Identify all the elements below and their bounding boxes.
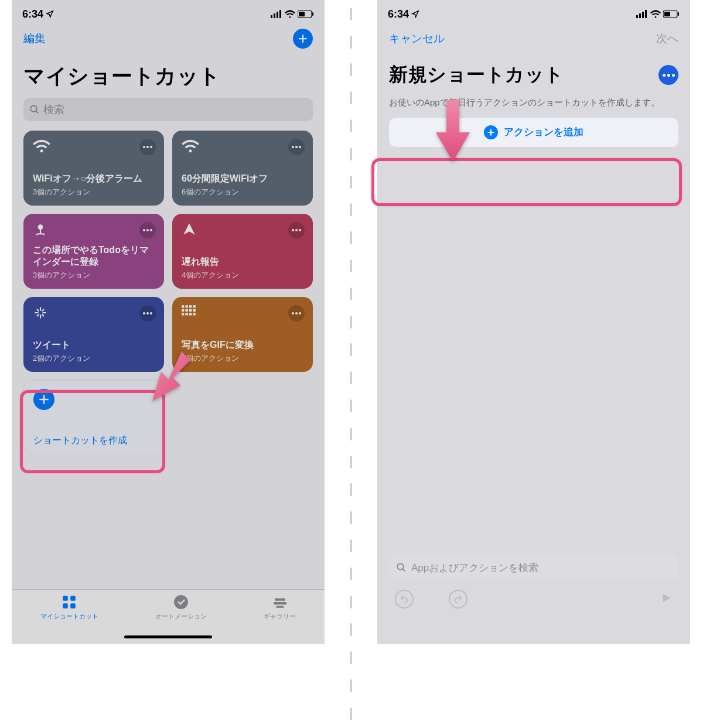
- tile-title: 60分間限定WiFiオフ: [182, 173, 305, 184]
- svg-rect-2: [277, 12, 278, 18]
- wifi-icon: [182, 139, 199, 153]
- svg-point-7: [30, 105, 37, 112]
- tile-title: WiFiオフ→○分後アラーム: [33, 173, 156, 184]
- tile-subtitle: 4個のアクション: [182, 270, 305, 281]
- svg-rect-3: [279, 10, 281, 18]
- new-shortcut-screen: 6:34 キャンセル 次へ 新規ショートカット お使いのAppで毎日行うアクショ…: [377, 0, 690, 644]
- cellular-icon: [271, 10, 282, 18]
- tile-more-button[interactable]: [139, 139, 156, 155]
- shortcut-tile[interactable]: 60分間限定WiFiオフ 6個のアクション: [172, 131, 313, 206]
- tile-more-button[interactable]: [139, 305, 156, 322]
- svg-rect-5: [299, 12, 305, 16]
- pin-icon: [33, 222, 48, 237]
- wifi-icon: [650, 10, 661, 18]
- shortcut-tile[interactable]: この場所でやるTodoをリマインダーに登録 3個のアクション: [23, 214, 164, 289]
- plus-icon: [33, 389, 54, 410]
- svg-rect-24: [70, 603, 76, 609]
- description-text: お使いのAppで毎日行うアクションのショートカットを作成します。: [377, 96, 690, 110]
- wifi-icon: [33, 139, 50, 153]
- redo-button[interactable]: [449, 590, 467, 609]
- status-bar: 6:34: [377, 0, 690, 26]
- tile-subtitle: 3個のアクション: [33, 270, 156, 281]
- grid-icon: [182, 305, 197, 318]
- cellular-icon: [636, 10, 648, 18]
- tile-title: 写真をGIFに変換: [182, 339, 305, 351]
- tile-subtitle: 2個のアクション: [33, 353, 156, 364]
- undo-button[interactable]: [395, 590, 414, 609]
- tile-title: ツイート: [33, 339, 156, 351]
- page-title: マイショートカット: [12, 52, 325, 98]
- tile-more-button[interactable]: [288, 139, 305, 155]
- svg-rect-16: [193, 309, 196, 312]
- add-shortcut-button[interactable]: [293, 29, 313, 49]
- tile-subtitle: 3個のアクション: [33, 187, 156, 197]
- tab-my-shortcuts[interactable]: マイショートカット: [40, 594, 98, 644]
- shortcut-grid: WiFiオフ→○分後アラーム 3個のアクション 60分間限定WiFiオフ 6個の…: [12, 121, 325, 455]
- send-icon: [182, 222, 197, 237]
- status-bar: 6:34: [12, 0, 325, 26]
- add-action-button[interactable]: アクションを追加: [389, 118, 678, 147]
- plus-icon: [484, 125, 498, 139]
- svg-rect-10: [186, 305, 188, 307]
- svg-rect-18: [186, 313, 188, 315]
- tile-more-button[interactable]: [288, 305, 305, 322]
- shortcut-tile[interactable]: WiFiオフ→○分後アラーム 3個のアクション: [23, 131, 164, 206]
- svg-rect-0: [271, 15, 272, 18]
- tile-title: この場所でやるTodoをリマインダーに登録: [33, 244, 156, 268]
- svg-rect-19: [189, 313, 192, 315]
- svg-rect-22: [70, 596, 76, 601]
- tab-label: ギャラリー: [264, 612, 296, 621]
- tab-bar: マイショートカット オートメーション ギャラリー: [12, 589, 325, 644]
- svg-rect-11: [189, 305, 192, 307]
- search-icon: [396, 562, 407, 573]
- svg-rect-23: [63, 603, 68, 609]
- page-title: 新規ショートカット: [389, 62, 564, 88]
- search-placeholder: 検索: [43, 102, 64, 117]
- tile-more-button[interactable]: [288, 222, 305, 238]
- edit-button[interactable]: 編集: [23, 31, 46, 46]
- nav-bar: キャンセル 次へ: [377, 26, 690, 52]
- action-search-input[interactable]: Appおよびアクションを検索: [389, 555, 678, 580]
- tile-title: 遅れ報告: [182, 256, 305, 268]
- my-shortcuts-screen: 6:34 編集 マイショートカット 検索 WiFiオフ→○分後アラーム 3個のア…: [12, 0, 325, 644]
- next-button[interactable]: 次へ: [656, 31, 678, 46]
- tile-subtitle: 4個のアクション: [182, 353, 305, 364]
- svg-rect-14: [186, 309, 188, 312]
- gallery-icon: [272, 594, 288, 610]
- tab-label: オートメーション: [155, 612, 207, 621]
- add-action-label: アクションを追加: [504, 125, 583, 139]
- svg-rect-32: [678, 12, 679, 16]
- automation-icon: [173, 594, 189, 610]
- undo-icon: [400, 594, 409, 604]
- tab-gallery[interactable]: ギャラリー: [264, 594, 296, 644]
- battery-icon: [663, 10, 680, 18]
- svg-rect-27: [639, 13, 641, 18]
- run-button[interactable]: [660, 592, 673, 607]
- create-label: ショートカットを作成: [33, 435, 155, 446]
- play-icon: [660, 592, 673, 604]
- svg-rect-17: [182, 313, 184, 315]
- svg-rect-9: [182, 305, 184, 307]
- svg-point-33: [397, 563, 404, 570]
- search-input[interactable]: 検索: [23, 98, 313, 121]
- location-icon: [46, 10, 54, 18]
- svg-rect-31: [664, 12, 670, 16]
- shortcut-tile[interactable]: ツイート 2個のアクション: [23, 297, 164, 372]
- svg-rect-28: [642, 12, 644, 18]
- more-options-button[interactable]: [658, 65, 678, 85]
- svg-rect-20: [193, 313, 196, 315]
- tab-label: マイショートカット: [40, 612, 98, 621]
- create-shortcut-tile[interactable]: ショートカットを作成: [23, 380, 164, 455]
- svg-rect-21: [63, 596, 68, 601]
- status-time: 6:34: [388, 8, 409, 20]
- nav-bar: 編集: [12, 26, 325, 52]
- shortcut-tile[interactable]: 写真をGIFに変換 4個のアクション: [172, 297, 313, 372]
- battery-icon: [298, 10, 314, 18]
- svg-rect-6: [312, 12, 313, 16]
- home-indicator[interactable]: [124, 635, 212, 638]
- bottom-toolbar: [377, 586, 690, 613]
- cancel-button[interactable]: キャンセル: [389, 31, 445, 46]
- shortcut-tile[interactable]: 遅れ報告 4個のアクション: [172, 214, 313, 289]
- tile-more-button[interactable]: [139, 222, 156, 238]
- search-placeholder: Appおよびアクションを検索: [411, 561, 538, 575]
